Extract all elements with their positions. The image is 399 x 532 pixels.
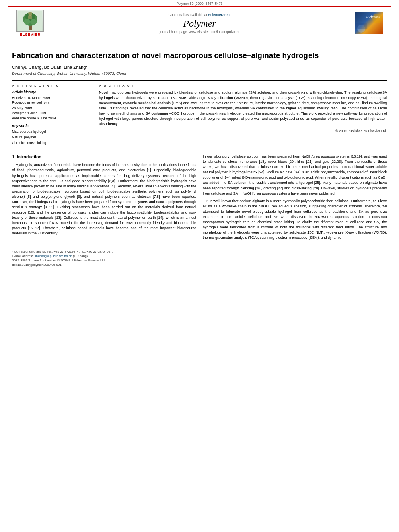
- email-suffix: (L. Zhang).: [73, 254, 88, 258]
- journal-center: Contents lists available at ScienceDirec…: [48, 13, 351, 34]
- sciencedirect-link[interactable]: ScienceDirect: [208, 13, 230, 17]
- authors-line: Chunyu Chang, Bo Duan, Lina Zhang*: [12, 65, 387, 70]
- doi-line: doi:10.1016/j.polymer.2009.06.001: [12, 263, 387, 267]
- main-content: Fabrication and characterization of nove…: [0, 39, 399, 271]
- svg-rect-10: [355, 23, 367, 29]
- svg-point-5: [30, 19, 37, 25]
- email-line: E-mail address: lnzhang@public.wh.hb.cn …: [12, 254, 387, 258]
- journal-name: Polymer: [48, 18, 351, 29]
- keywords-label: Keywords:: [12, 124, 93, 128]
- keyword-2: Natural polymer: [12, 135, 93, 140]
- body-right-p2: It is well known that sodium alginate is…: [203, 199, 387, 240]
- accepted-date: Accepted 1 June 2009: [12, 111, 93, 116]
- section1-title: 1. Introduction: [12, 154, 196, 160]
- polymer-logo-image: polymer: [355, 12, 383, 34]
- elsevier-tree-image: [16, 10, 44, 32]
- article-dates: Received 10 March 2009 Received in revis…: [12, 95, 93, 121]
- elsevier-label-text: ELSEVIER: [20, 33, 41, 37]
- footnote-star-line: * Corresponding author. Tel.: +86 27 872…: [12, 250, 387, 253]
- sciencedirect-line: Contents lists available at ScienceDirec…: [48, 13, 351, 17]
- available-date: Available online 6 June 2009: [12, 116, 93, 121]
- affiliation: Department of Chemistry, Wuhan Universit…: [12, 71, 387, 76]
- journal-ref-text: Polymer 50 (2009) 5467–5473: [177, 2, 223, 6]
- article-info-abstract-section: A R T I C L E I N F O Article history: R…: [12, 80, 387, 146]
- journal-homepage: journal homepage: www.elsevier.com/locat…: [48, 30, 351, 34]
- body-left-p1: Hydrogels, attractive soft materials, ha…: [12, 162, 196, 236]
- keyword-1: Macroporous hydrogel: [12, 129, 93, 135]
- abstract-header: A B S T R A C T: [99, 84, 387, 88]
- keyword-3: Chemical cross-linking: [12, 140, 93, 146]
- email-link[interactable]: lnzhang@public.wh.hb.cn: [35, 254, 72, 258]
- history-label: Article history:: [12, 90, 93, 94]
- svg-point-9: [372, 14, 382, 23]
- journal-header: ELSEVIER Contents lists available at Sci…: [8, 6, 391, 39]
- abstract-panel: A B S T R A C T Novel macroporous hydrog…: [99, 84, 387, 146]
- body-right-col: In our laboratory, cellulose solution ha…: [203, 154, 387, 243]
- svg-rect-7: [28, 15, 32, 19]
- contents-text: Contents lists available at: [169, 13, 207, 17]
- article-info-panel: A R T I C L E I N F O Article history: R…: [12, 84, 93, 146]
- body-left-col: 1. Introduction Hydrogels, attractive so…: [12, 154, 196, 243]
- body-text-section: 1. Introduction Hydrogels, attractive so…: [12, 154, 387, 243]
- keywords-list: Macroporous hydrogel Natural polymer Che…: [12, 129, 93, 146]
- svg-point-6: [28, 12, 32, 16]
- article-info-header: A R T I C L E I N F O: [12, 84, 93, 88]
- abstract-text: Novel macroporous hydrogels were prepare…: [99, 90, 387, 127]
- page-container: Polymer 50 (2009) 5467–5473 ELSE: [0, 0, 399, 532]
- body-right-p1: In our laboratory, cellulose solution ha…: [203, 154, 387, 196]
- revised-date: Received in revised form 26 May 2009: [12, 100, 93, 111]
- copyright-line: © 2009 Published by Elsevier Ltd.: [99, 129, 387, 133]
- article-title: Fabrication and characterization of nove…: [12, 51, 387, 61]
- authors-text: Chunyu Chang, Bo Duan, Lina Zhang*: [12, 65, 88, 70]
- elsevier-logo: ELSEVIER: [12, 10, 48, 37]
- issn-line: 0032-3861/$ – see front matter © 2009 Pu…: [12, 259, 387, 262]
- received-date: Received 10 March 2009: [12, 95, 93, 101]
- email-label: E-mail address:: [12, 254, 35, 258]
- journal-reference: Polymer 50 (2009) 5467–5473: [0, 0, 399, 6]
- article-footer: * Corresponding author. Tel.: +86 27 872…: [12, 247, 387, 267]
- footnote-star-text: * Corresponding author. Tel.: +86 27 872…: [12, 250, 113, 253]
- section-divider: [12, 150, 387, 150]
- svg-point-4: [24, 19, 30, 25]
- polymer-logo-box: polymer: [351, 12, 387, 34]
